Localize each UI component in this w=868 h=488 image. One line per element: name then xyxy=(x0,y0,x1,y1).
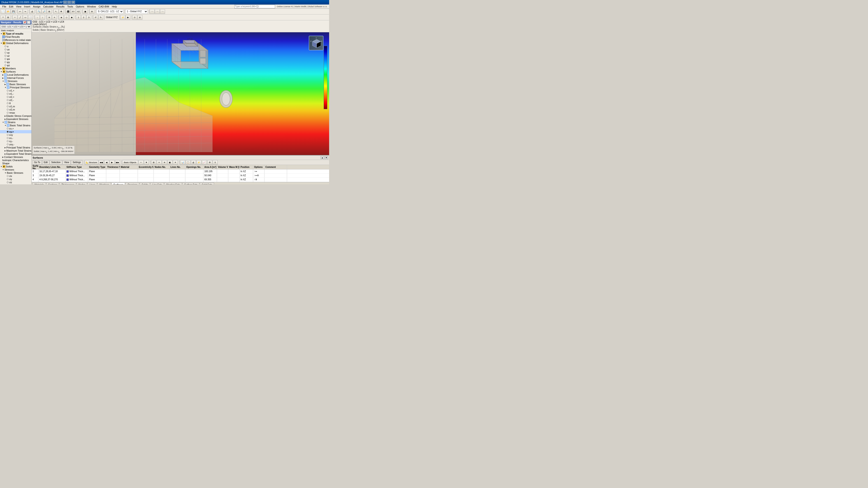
tb-more2[interactable]: ⋯ xyxy=(155,9,160,14)
menu-help[interactable]: Help xyxy=(111,4,119,8)
tb-numpad3[interactable]: 3 xyxy=(86,15,91,20)
bp-view[interactable]: View xyxy=(63,160,71,165)
tb-misc1[interactable]: ⊙ xyxy=(132,15,137,20)
menu-cad-bim[interactable]: CAD-BIM xyxy=(97,4,110,8)
nav-solid-Rx[interactable]: Rx xyxy=(0,184,31,184)
nav-phix[interactable]: φx xyxy=(0,57,31,61)
viewport-3d[interactable]: 175.00 xyxy=(32,32,329,155)
bp-edit[interactable]: Edit xyxy=(42,160,49,165)
bp-nav-next[interactable]: ▶ xyxy=(110,160,115,165)
nav-strains[interactable]: ▼ Strains xyxy=(0,121,31,124)
bp-settings2[interactable]: ⚙ xyxy=(207,160,212,165)
tab-nodes[interactable]: Nodes xyxy=(76,183,87,184)
nav-sigma1minus[interactable]: σ1,- xyxy=(0,92,31,95)
nav-stresses[interactable]: ▼ Stresses xyxy=(0,79,31,83)
nav-u[interactable]: u xyxy=(0,45,31,48)
bp-structure-toggle[interactable]: 📐 Structure xyxy=(85,160,98,165)
tb-display2[interactable]: ◇ xyxy=(64,15,69,20)
tb-calc2[interactable]: ▶ xyxy=(125,15,130,20)
tab-materials[interactable]: Materials xyxy=(33,183,46,184)
nav-solids-stresses[interactable]: ▼ Stresses xyxy=(0,168,31,171)
tb-zoom-in[interactable]: 🔍 xyxy=(36,9,41,14)
tab-members[interactable]: Members xyxy=(97,183,111,184)
bp-nav-prev[interactable]: ◀ xyxy=(104,160,109,165)
menu-view[interactable]: View xyxy=(15,4,23,8)
bp-print[interactable]: 🖨 xyxy=(191,160,196,165)
tab-line-sets[interactable]: Line Sets xyxy=(150,183,164,184)
menu-tools[interactable]: Tools xyxy=(66,4,74,8)
bp-nav-prev-prev[interactable]: ◀◀ xyxy=(99,160,104,165)
menu-insert[interactable]: Insert xyxy=(23,4,32,8)
menu-file[interactable]: File xyxy=(1,4,8,8)
nav-members[interactable]: ▶ ▣ Members xyxy=(0,67,31,70)
tb-render[interactable]: ▣ xyxy=(83,9,88,14)
tab-surfaces[interactable]: Surfaces xyxy=(112,183,125,184)
nav-solids-basic-stresses[interactable]: ▼ Basic Stresses xyxy=(0,171,31,174)
nav-local-def[interactable]: ▶ Local Deformations xyxy=(0,73,31,76)
menu-edit[interactable]: Edit xyxy=(8,4,15,8)
tb-node[interactable]: • xyxy=(12,15,18,20)
menu-options[interactable]: Options xyxy=(74,4,86,8)
minimize-button[interactable]: ─ xyxy=(63,1,67,4)
nav-isotropic[interactable]: Isotropic Characteristics xyxy=(0,159,31,162)
nav-phiy[interactable]: φy xyxy=(0,61,31,64)
nav-phiz[interactable]: φz xyxy=(0,64,31,67)
nav-basic-total-strains[interactable]: ▼ Basic Total Strains xyxy=(0,124,31,127)
tb-move[interactable]: ✥ xyxy=(59,9,64,14)
bp-icon3[interactable]: ≋ xyxy=(162,160,167,165)
nav-internal-forces[interactable]: ▶ Internal Forces xyxy=(0,76,31,79)
tab-member-sets[interactable]: Member Sets xyxy=(164,183,182,184)
nav-shape[interactable]: Shape xyxy=(0,162,31,165)
tab-thicknesses[interactable]: Thicknesses xyxy=(59,183,76,184)
menu-results[interactable]: Results xyxy=(55,4,66,8)
tab-openings[interactable]: Openings xyxy=(125,183,139,184)
tb-numpad2[interactable]: 2 xyxy=(81,15,86,20)
nav-elastic-stress[interactable]: ▶ Elastic Stress Components xyxy=(0,114,31,118)
tab-lines[interactable]: Lines xyxy=(88,183,97,184)
bp-icon2[interactable]: ≡ xyxy=(157,160,162,165)
tb-redo[interactable]: ↪ xyxy=(23,9,28,14)
tb-result1[interactable]: ≋ xyxy=(47,15,52,20)
tb-rot1[interactable]: ↺ xyxy=(93,15,98,20)
nav-basic-stresses[interactable]: ▶ Basic Stresses xyxy=(0,83,31,86)
tb-zoom-out[interactable]: 🔎 xyxy=(41,9,46,14)
bottom-close-button[interactable]: ✕ xyxy=(324,156,328,159)
nav-item-differences[interactable]: Differences to initial state xyxy=(0,38,31,41)
nav-sigma2plus[interactable]: σ2,+ xyxy=(0,95,31,98)
nav-equiv-stresses[interactable]: ▶ Equivalent Stresses xyxy=(0,118,31,121)
tb-surface[interactable]: ▭ xyxy=(23,15,28,20)
tb-select[interactable]: ↖ xyxy=(54,9,59,14)
nav-pin-button[interactable]: 📌 xyxy=(23,21,26,24)
nav-epsx-plus[interactable]: εx,+ xyxy=(0,127,31,130)
bp-settings[interactable]: Settings xyxy=(71,160,82,165)
tab-surface-sets[interactable]: Surface Sets xyxy=(182,183,199,184)
tb-result2[interactable]: ≡ xyxy=(52,15,57,20)
tb-display3[interactable]: ◆ xyxy=(69,15,74,20)
tb-load2[interactable]: ↕ xyxy=(40,15,45,20)
nav-gammaxy[interactable]: γxy,- xyxy=(0,143,31,146)
bp-export2[interactable]: 📋 xyxy=(186,160,191,165)
bp-calc[interactable]: ⚡ xyxy=(196,160,202,165)
tb-rot2[interactable]: ↻ xyxy=(98,15,103,20)
tb-axis[interactable]: ⊕ xyxy=(90,9,94,14)
nav-item-final-results[interactable]: Final Results xyxy=(0,35,31,38)
tab-sections[interactable]: Sections xyxy=(46,183,59,184)
nav-item-type-results[interactable]: ▼ ▣ Type of results xyxy=(0,32,31,35)
tab-solid-sets[interactable]: Solid Sets xyxy=(200,183,214,184)
nav-principal-strains[interactable]: ▶ Principal Total Strains xyxy=(0,146,31,149)
tb-viewxz[interactable]: XZ xyxy=(76,9,81,14)
nav-surfaces[interactable]: ▼ ▣ Surfaces xyxy=(0,70,31,73)
tb-display1[interactable]: ◈ xyxy=(59,15,64,20)
close-button[interactable]: ✕ xyxy=(71,1,75,4)
nav-sigma2minus[interactable]: σ2,- xyxy=(0,98,31,102)
nav-ux[interactable]: ux xyxy=(0,48,31,51)
nav-solid-sy[interactable]: σy xyxy=(0,177,31,181)
restore-button[interactable]: □ xyxy=(67,1,71,4)
bp-add[interactable]: + xyxy=(138,160,144,165)
bp-icon1[interactable]: ⊞ xyxy=(151,160,156,165)
search-input[interactable] xyxy=(235,5,275,8)
bp-goto[interactable]: Go To xyxy=(33,160,42,165)
nav-solid-sx[interactable]: σx xyxy=(0,174,31,177)
tb-more3[interactable]: ⋯ xyxy=(160,9,165,14)
loadcase-dropdown[interactable]: S: CA LC2 · LC1 · LC3 + LC4 xyxy=(96,9,123,14)
